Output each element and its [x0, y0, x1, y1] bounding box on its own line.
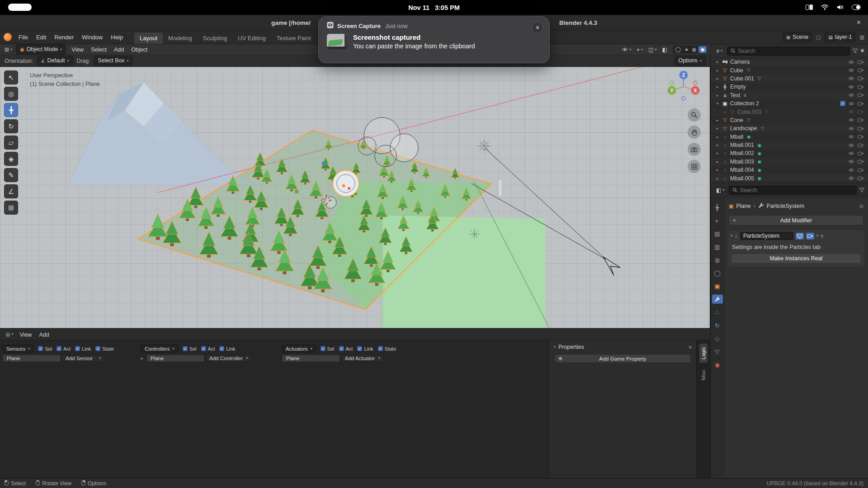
link-checkbox[interactable]: ✓	[75, 346, 80, 351]
expand-arrow-icon[interactable]: ▸	[715, 60, 720, 64]
xray-toggle[interactable]: ◧	[660, 47, 669, 53]
camera-visibility-icon[interactable]	[857, 176, 864, 180]
tab-modeling[interactable]: Modeling	[163, 33, 198, 44]
layer-stack-icon[interactable]: ▥	[860, 34, 864, 40]
object-data-tab[interactable]: ▽	[712, 347, 723, 356]
eye-icon[interactable]	[847, 102, 855, 106]
eye-icon[interactable]	[847, 60, 855, 64]
outliner-item-mball-002[interactable]: ▸◌Mball.002◉	[711, 149, 868, 157]
object-types-visibility-dropdown[interactable]: ▾	[620, 47, 633, 53]
camera-visibility-icon[interactable]	[857, 127, 864, 131]
object-tab[interactable]: ▣	[712, 282, 723, 291]
outliner-item-empty[interactable]: ▸╋Empty	[711, 83, 868, 91]
outliner-item-mball-004[interactable]: ▸◌Mball.004◉	[711, 166, 868, 174]
camera-visibility-icon[interactable]	[857, 110, 864, 114]
mode-dropdown[interactable]: ▣ Object Mode ▾	[16, 44, 66, 54]
sensors-object-name[interactable]: Plane	[3, 355, 61, 362]
toggle-ortho-icon[interactable]	[688, 160, 701, 173]
expand-arrow-icon[interactable]: ▸	[715, 68, 720, 73]
make-instances-real-button[interactable]: Make Instances Real	[731, 253, 861, 263]
expand-arrow-icon[interactable]: ▾	[715, 101, 720, 106]
link-checkbox[interactable]: ✓	[357, 346, 362, 351]
expand-arrow-icon[interactable]: ▾	[554, 345, 556, 349]
expand-arrow-icon[interactable]: ▸	[722, 110, 727, 114]
outliner-item-mball[interactable]: ▸◌Mball◉	[711, 133, 868, 141]
scene-selector[interactable]: ◍ Scene	[783, 32, 813, 42]
screenshot-thumbnail[interactable]	[327, 34, 348, 49]
outliner-search-input[interactable]	[738, 48, 846, 54]
editor-type-button[interactable]: ◧▾	[714, 187, 726, 193]
particles-tab[interactable]: ∴	[712, 308, 723, 317]
zoom-icon[interactable]	[688, 108, 701, 122]
menubar-clock[interactable]: Nov 11 3:05 PM	[408, 0, 460, 15]
add-cube-tool[interactable]: ⊞	[4, 201, 18, 215]
menu-window[interactable]: Window	[78, 33, 107, 42]
cursor-tool[interactable]: ◎	[4, 87, 18, 101]
properties-search-input[interactable]	[740, 187, 853, 193]
overlays-dropdown[interactable]: ◫▾	[646, 47, 658, 53]
sel-checkbox[interactable]: ✓	[183, 346, 188, 351]
outliner-item-camera[interactable]: ▸Camera	[711, 58, 868, 66]
eye-icon[interactable]	[847, 68, 855, 72]
viewport-menu-add[interactable]: Add	[110, 46, 127, 53]
new-scene-icon[interactable]: ▢	[816, 34, 821, 40]
material-tab[interactable]: ◉	[712, 360, 723, 369]
sensors-filter-dropdown[interactable]: Sensors▾	[3, 345, 33, 352]
menu-file[interactable]: File	[14, 33, 32, 42]
eye-icon[interactable]	[847, 93, 855, 97]
collection-checkbox[interactable]: ✓	[840, 101, 845, 106]
logic-menu-view[interactable]: View	[16, 331, 36, 338]
gizmos-dropdown[interactable]: ⌖▾	[635, 47, 645, 53]
outliner-item-mball-005[interactable]: ▸◌Mball.005◉	[711, 174, 868, 182]
sidebar-tab-logic[interactable]: Logic	[699, 344, 708, 363]
pin-icon[interactable]: ⊙	[859, 203, 863, 209]
camera-visibility-icon[interactable]	[857, 143, 864, 147]
shading-rendered-button[interactable]: ◉	[698, 46, 707, 53]
outliner-item-cone[interactable]: ▸▽Cone▽	[711, 116, 868, 124]
transform-tool[interactable]: ◈	[4, 152, 18, 166]
menu-render[interactable]: Render	[50, 33, 78, 42]
view-layer-tab[interactable]: ▥	[712, 242, 723, 251]
expand-arrow-icon[interactable]: ▾	[731, 234, 732, 238]
notification-popup[interactable]: Screen Capture Just now Screenshot captu…	[318, 16, 550, 63]
camera-visibility-icon[interactable]	[857, 160, 864, 164]
blender-logo[interactable]	[4, 33, 12, 41]
actuators-filter-dropdown[interactable]: Actuators▾	[282, 345, 316, 352]
display-render-toggle[interactable]	[806, 233, 814, 239]
tab-uv-editing[interactable]: UV Editing	[232, 33, 271, 44]
expand-arrow-icon[interactable]: ▸	[715, 168, 720, 172]
shading-wireframe-button[interactable]: ◯	[674, 46, 683, 53]
state-checkbox[interactable]: ✓	[378, 346, 383, 351]
annotate-tool[interactable]: ✎	[4, 168, 18, 182]
shading-solid-button[interactable]: ●	[683, 46, 690, 53]
eye-icon[interactable]	[847, 85, 855, 89]
measure-tool[interactable]: ∠	[4, 184, 18, 198]
logic-menu-add[interactable]: Add	[35, 331, 52, 338]
outliner-item-mball-001[interactable]: ▸◌Mball.001◉	[711, 141, 868, 149]
act-checkbox[interactable]: ✓	[201, 346, 206, 351]
eye-icon[interactable]	[847, 127, 855, 131]
menu-edit[interactable]: Edit	[32, 33, 50, 42]
eye-icon[interactable]	[847, 110, 855, 114]
breadcrumb-object[interactable]: Plane	[736, 203, 750, 209]
constraints-tab[interactable]: ◇	[712, 334, 723, 343]
drag-dropdown[interactable]: Select Box ▾	[94, 56, 133, 66]
physics-tab[interactable]: ↻	[712, 321, 723, 330]
expand-arrow-icon[interactable]: ▸	[715, 76, 720, 81]
camera-visibility-icon[interactable]	[857, 93, 864, 97]
dropdown-icon[interactable]: ▾	[816, 234, 818, 238]
panel-menu-icon[interactable]: ≡	[689, 344, 692, 350]
camera-visibility-icon[interactable]	[857, 68, 864, 72]
filter-icon[interactable]	[859, 188, 864, 192]
tab-texture-paint[interactable]: Texture Paint	[271, 33, 316, 44]
modifiers-tab[interactable]	[712, 295, 723, 304]
expand-arrow-icon[interactable]: ▸	[715, 151, 720, 155]
volume-icon[interactable]	[837, 4, 844, 12]
outliner-item-cube-003[interactable]: ▸▽Cube.003▽	[711, 108, 868, 116]
camera-visibility-icon[interactable]	[857, 168, 864, 172]
world-tab[interactable]: ◯	[712, 268, 723, 277]
eye-icon[interactable]	[847, 143, 855, 147]
control-center-icon[interactable]	[852, 4, 861, 12]
expand-arrow-icon[interactable]: ▸	[715, 135, 720, 139]
viewport-menu-object[interactable]: Object	[127, 46, 151, 53]
